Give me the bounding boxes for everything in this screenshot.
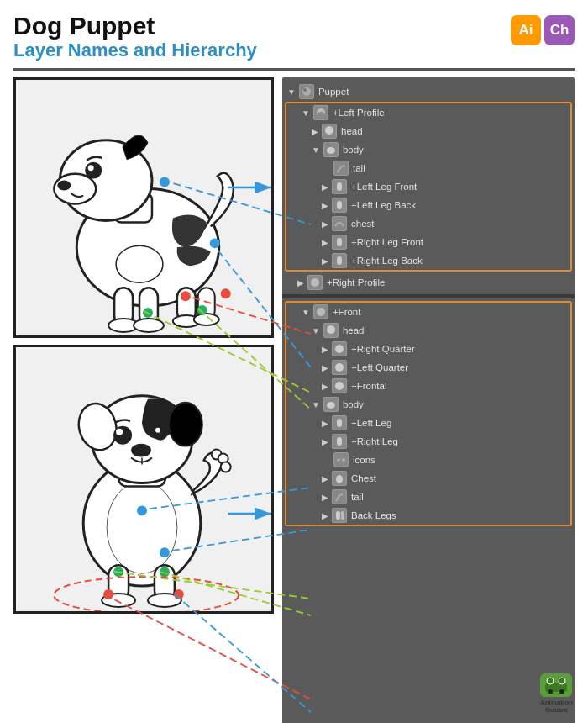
svg-point-21	[143, 308, 153, 318]
layer-tail-2[interactable]: tail	[286, 488, 570, 506]
svg-point-27	[107, 482, 177, 574]
arrow-right-leg-back	[322, 256, 328, 266]
main-title: Dog Puppet	[13, 12, 257, 40]
svg-point-57	[325, 126, 333, 135]
thumb-body-1	[323, 142, 339, 157]
thumb-right-leg-back	[332, 253, 347, 268]
layer-left-leg-2[interactable]: +Left Leg	[286, 414, 570, 432]
thumb-right-leg-front	[332, 235, 347, 250]
layer-name-frontal: +Frontal	[351, 381, 387, 391]
layer-name-right-leg-2: +Right Leg	[351, 436, 398, 446]
svg-point-69	[327, 402, 335, 409]
layer-back-legs[interactable]: Back Legs	[286, 506, 570, 525]
layer-panel: Puppet +Left Profile head	[282, 77, 575, 723]
svg-point-72	[337, 458, 340, 462]
svg-point-66	[335, 345, 344, 353]
layer-puppet[interactable]: Puppet	[282, 82, 575, 101]
header: Dog Puppet Layer Names and Hierarchy Ai …	[0, 0, 588, 66]
layer-left-profile[interactable]: +Left Profile	[286, 103, 570, 122]
svg-point-68	[335, 382, 344, 390]
layer-name-icons: icons	[353, 455, 375, 465]
layer-right-profile[interactable]: +Right Profile	[282, 273, 575, 292]
svg-rect-61	[337, 238, 342, 246]
thumb-right-quarter	[332, 341, 347, 356]
arrow-chest-2	[322, 474, 328, 483]
thumb-left-leg-back	[332, 198, 347, 213]
svg-point-36	[131, 444, 151, 457]
arrow-left-leg-front	[322, 182, 328, 192]
arrow-puppet	[287, 87, 296, 97]
svg-point-22	[197, 306, 207, 316]
svg-point-74	[336, 475, 343, 483]
svg-rect-62	[337, 256, 342, 265]
layer-name-right-profile: +Right Profile	[327, 277, 385, 288]
layer-left-leg-back[interactable]: +Left Leg Back	[286, 196, 570, 214]
svg-point-45	[160, 548, 170, 558]
layer-tail-1[interactable]: tail	[286, 159, 570, 177]
layer-name-tail-2: tail	[351, 492, 364, 502]
svg-point-18	[210, 239, 220, 249]
layer-front[interactable]: +Front	[286, 303, 570, 321]
thumb-left-quarter	[332, 360, 347, 375]
arrow-right-quarter	[322, 345, 328, 354]
svg-point-47	[160, 567, 170, 578]
svg-point-91	[547, 678, 554, 684]
layer-name-chest-1: chest	[351, 219, 375, 229]
arrow-head-2	[312, 326, 320, 335]
thumb-back-legs	[332, 508, 347, 523]
svg-point-16	[116, 246, 163, 283]
svg-point-92	[559, 678, 565, 684]
layer-right-leg-2[interactable]: +Right Leg	[286, 432, 570, 451]
layer-head-2[interactable]: head	[286, 321, 570, 340]
svg-point-53	[302, 87, 311, 96]
svg-point-35	[155, 428, 160, 433]
layer-name-front: +Front	[333, 307, 361, 317]
highlight-box-top: +Left Profile head body	[285, 102, 572, 272]
thumb-left-profile	[313, 105, 328, 120]
arrow-left-leg-back	[322, 201, 328, 210]
layer-chest-2[interactable]: Chest	[286, 469, 570, 488]
arrow-frontal	[322, 382, 328, 391]
arrow-right-leg-front	[322, 238, 328, 247]
thumb-tail-1	[333, 161, 349, 176]
dog-illustration-bottom	[16, 347, 271, 611]
arrow-chest-1	[322, 219, 328, 229]
layer-right-leg-back[interactable]: +Right Leg Back	[286, 251, 570, 270]
svg-point-44	[137, 506, 147, 516]
layer-body-1[interactable]: body	[286, 140, 570, 159]
svg-point-56	[318, 112, 324, 117]
layer-right-leg-front[interactable]: +Right Leg Front	[286, 233, 570, 251]
layer-left-leg-front[interactable]: +Left Leg Front	[286, 177, 570, 196]
svg-point-32	[113, 426, 132, 445]
layer-head-1[interactable]: head	[286, 122, 570, 140]
content-area: Puppet +Left Profile head	[0, 77, 588, 723]
section-separator	[282, 294, 575, 298]
layer-chest-1[interactable]: chest	[286, 214, 570, 233]
thumb-left-leg-2	[332, 415, 347, 430]
thumb-chest-1	[332, 216, 347, 231]
layer-name-body-2: body	[343, 399, 364, 409]
layer-icons[interactable]: icons	[286, 451, 570, 469]
svg-rect-59	[337, 182, 342, 191]
app-icons: Ai Ch	[511, 15, 575, 45]
svg-point-46	[113, 567, 123, 578]
layer-left-quarter[interactable]: +Left Quarter	[286, 358, 570, 377]
layer-name-puppet: Puppet	[318, 87, 349, 97]
layer-body-2[interactable]: body	[286, 395, 570, 414]
svg-point-20	[221, 289, 231, 299]
thumb-puppet	[299, 84, 314, 99]
thumb-body-2	[323, 397, 339, 412]
svg-point-65	[327, 325, 335, 334]
layer-name-left-profile: +Left Profile	[333, 108, 385, 118]
layer-frontal[interactable]: +Frontal	[286, 377, 570, 395]
layer-right-quarter[interactable]: +Right Quarter	[286, 340, 570, 358]
thumb-head-1	[322, 124, 337, 139]
svg-point-58	[327, 147, 335, 154]
arrow-back-legs	[322, 511, 328, 520]
ai-icon: Ai	[511, 15, 541, 45]
svg-point-54	[303, 88, 307, 92]
svg-point-7	[57, 181, 71, 191]
thumb-right-profile	[307, 275, 323, 290]
layer-name-body-1: body	[343, 145, 364, 155]
thumb-front	[313, 304, 328, 319]
